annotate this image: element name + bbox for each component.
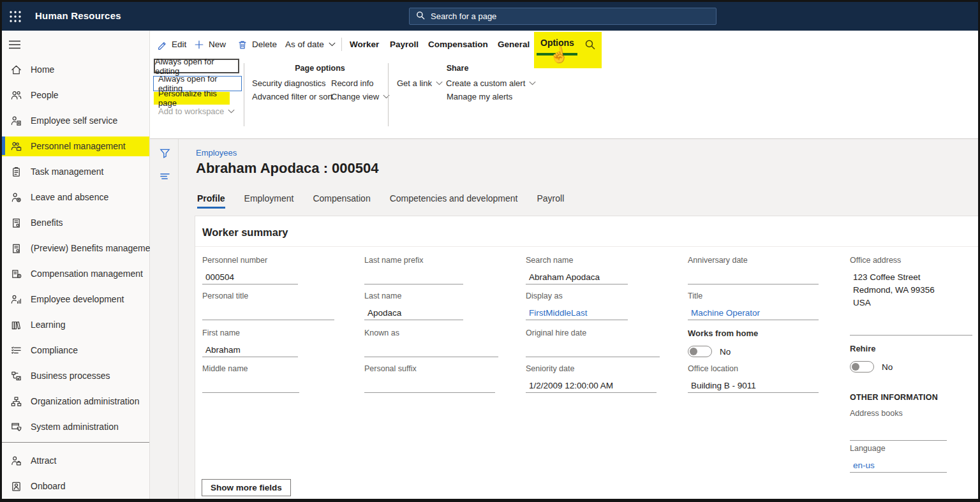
share-header: Share — [397, 64, 518, 73]
app-title: Human Resources — [35, 10, 121, 21]
office-address-line[interactable]: USA — [850, 297, 972, 309]
known-as-input[interactable] — [364, 343, 498, 357]
language-link[interactable]: en-us — [850, 459, 947, 473]
worker-menu-button[interactable]: Worker — [350, 31, 379, 58]
filter-icon[interactable] — [160, 148, 170, 159]
sidebar-item-benefits-management[interactable]: (Preview) Benefits management — [2, 235, 149, 261]
org-chart-icon — [10, 395, 22, 408]
field-label: Personal title — [202, 292, 334, 304]
sidebar-item-attract[interactable]: Attract — [2, 448, 149, 473]
first-name-input[interactable]: Abraham — [202, 343, 298, 357]
field-display-as: Display as FirstMiddleLast — [526, 292, 628, 320]
always-open-for-editing-toggle[interactable]: Always open for editing — [154, 59, 239, 73]
general-menu-button[interactable]: General — [498, 31, 530, 58]
menu-item-record-info[interactable]: Record info — [331, 78, 373, 88]
new-button[interactable]: New — [194, 31, 226, 58]
field-label: Works from home — [688, 329, 758, 341]
field-known-as: Known as — [364, 329, 498, 357]
address-books-input[interactable] — [850, 427, 947, 441]
chevron-down-icon — [228, 109, 235, 114]
flyout-divider — [388, 63, 389, 126]
field-label: Rehire — [850, 344, 893, 357]
menu-item-get-a-link[interactable]: Get a link — [397, 78, 443, 88]
sidebar-item-compliance[interactable]: Compliance — [2, 337, 149, 363]
tab-compensation[interactable]: Compensation — [313, 193, 370, 209]
show-list-icon[interactable] — [160, 171, 170, 182]
office-address-line[interactable]: Redmond, WA 99356 — [850, 284, 972, 297]
menu-item-security-diagnostics[interactable]: Security diagnostics — [252, 78, 326, 88]
tab-employment[interactable]: Employment — [244, 193, 294, 209]
menu-item-create-a-custom-alert[interactable]: Create a custom alert — [446, 78, 536, 88]
hamburger-button[interactable] — [8, 40, 21, 52]
books-icon — [10, 319, 22, 331]
sidebar-item-leave-and-absence[interactable]: Leave and absence — [2, 184, 149, 210]
sidebar-item-compensation-management[interactable]: Compensation management — [2, 261, 149, 286]
anniversary-date-input[interactable] — [688, 270, 819, 284]
field-title: Title Machine Operator — [688, 292, 819, 320]
app-window: Human Resources Search for a page Home P… — [0, 0, 980, 502]
field-personnel-number: Personnel number 000504 — [202, 256, 298, 284]
sidebar-item-personnel-management[interactable]: Personnel management — [2, 133, 149, 159]
sidebar-item-onboard[interactable]: Onboard — [2, 473, 149, 499]
trash-icon — [237, 40, 248, 50]
edit-button[interactable]: Edit — [157, 31, 186, 58]
compensation-menu-button[interactable]: Compensation — [428, 31, 488, 58]
title-link[interactable]: Machine Operator — [688, 306, 819, 320]
display-as-link[interactable]: FirstMiddleLast — [526, 306, 628, 320]
search-icon — [416, 11, 426, 22]
sidebar-item-task-management[interactable]: Task management — [2, 159, 149, 184]
office-location-input[interactable]: Building B - 9011 — [688, 379, 819, 393]
personnel-number-input[interactable]: 000504 — [202, 270, 298, 284]
field-label: Anniversary date — [688, 256, 819, 269]
last-name-input[interactable]: Apodaca — [364, 306, 463, 320]
chevron-down-icon — [329, 42, 336, 47]
seniority-date-input[interactable]: 1/2/2009 12:00:00 AM — [526, 379, 657, 393]
sidebar-item-benefits[interactable]: Benefits — [2, 210, 149, 235]
tab-profile[interactable]: Profile — [197, 193, 225, 209]
breadcrumb[interactable]: Employees — [196, 148, 237, 158]
rehire-toggle[interactable] — [850, 361, 874, 373]
search-name-input[interactable]: Abraham Apodaca — [526, 270, 628, 284]
record-tabs: Profile Employment Compensation Competen… — [197, 193, 564, 209]
last-name-prefix-input[interactable] — [364, 270, 463, 284]
toggle-value: No — [882, 362, 893, 372]
field-office-location: Office location Building B - 9011 — [688, 364, 819, 393]
options-menu-button[interactable]: Options ☝ — [534, 32, 602, 68]
app-launcher-button[interactable] — [9, 10, 23, 23]
sidebar-item-learning[interactable]: Learning — [2, 312, 149, 337]
tab-competencies-and-development[interactable]: Competencies and development — [390, 193, 518, 209]
as-of-date-button[interactable]: As of date — [285, 31, 336, 58]
menu-item-personalize-this-page[interactable]: Personalize this page — [154, 92, 230, 105]
sidebar-item-organization-administration[interactable]: Organization administration — [2, 388, 149, 414]
toggle-value: No — [720, 347, 731, 357]
menu-item-manage-my-alerts[interactable]: Manage my alerts — [447, 92, 512, 101]
sidebar-item-system-administration[interactable]: System administration — [2, 414, 149, 439]
sidebar-item-employee-development[interactable]: Employee development — [2, 286, 149, 312]
payroll-menu-button[interactable]: Payroll — [390, 31, 419, 58]
field-label: First name — [202, 329, 298, 341]
field-rehire: Rehire No — [850, 344, 893, 373]
page-search-box[interactable]: Search for a page — [409, 8, 716, 25]
field-label: Known as — [364, 329, 498, 341]
original-hire-date-input[interactable] — [526, 343, 660, 357]
office-address-line[interactable]: 123 Coffee Street — [850, 271, 972, 284]
personal-title-input[interactable] — [202, 306, 334, 320]
chevron-down-icon — [529, 81, 536, 85]
menu-item-add-to-workspace[interactable]: Add to workspace — [158, 107, 235, 116]
sidebar-item-employee-self-service[interactable]: Employee self service — [2, 108, 149, 133]
sidebar-item-people[interactable]: People — [2, 82, 149, 108]
show-more-fields-button[interactable]: Show more fields — [202, 479, 291, 496]
field-personal-title: Personal title — [202, 292, 334, 320]
field-label: Middle name — [202, 364, 299, 377]
middle-name-input[interactable] — [202, 379, 299, 393]
development-icon — [10, 293, 22, 306]
menu-item-advanced-filter-or-sort[interactable]: Advanced filter or sort — [252, 92, 332, 101]
tab-payroll[interactable]: Payroll — [537, 193, 564, 209]
works-from-home-toggle[interactable] — [688, 346, 712, 357]
delete-button[interactable]: Delete — [237, 31, 277, 58]
sidebar-item-home[interactable]: Home — [2, 57, 149, 82]
app-launcher-icon — [9, 14, 23, 25]
menu-item-change-view[interactable]: Change view — [331, 92, 390, 101]
personal-suffix-input[interactable] — [364, 379, 495, 393]
sidebar-item-business-processes[interactable]: Business processes — [2, 363, 149, 388]
